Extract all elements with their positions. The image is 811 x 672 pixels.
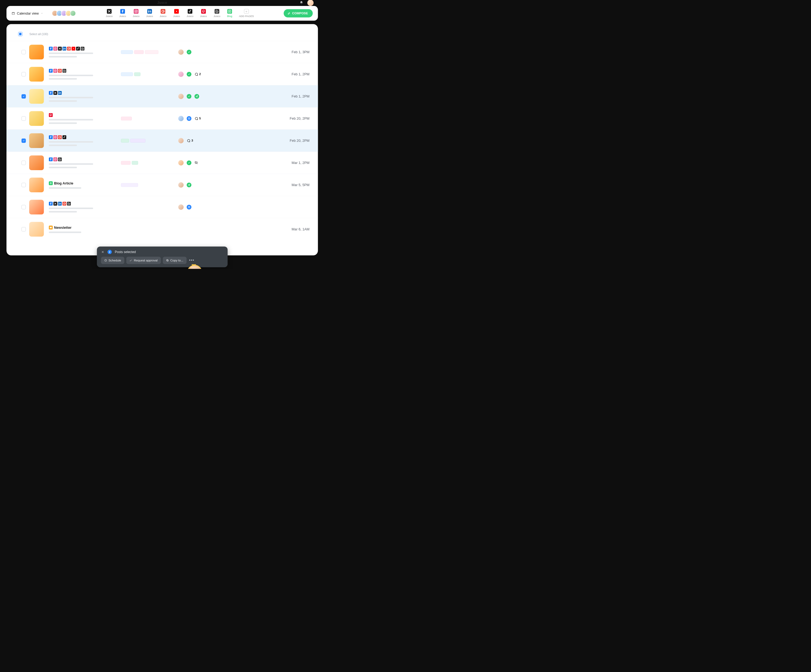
compose-icon xyxy=(288,12,290,15)
post-tags xyxy=(118,161,178,165)
svg-point-9 xyxy=(148,10,149,11)
svg-point-68 xyxy=(59,203,59,203)
page-tab-pinterest[interactable]: Jusco xyxy=(200,9,207,17)
linkedin-chip-icon xyxy=(58,202,61,205)
post-thumbnail[interactable] xyxy=(29,222,44,237)
facebook-icon xyxy=(120,9,125,14)
profile-avatar[interactable] xyxy=(307,0,314,6)
network-chips xyxy=(49,113,118,117)
assignee-avatar[interactable] xyxy=(178,204,184,210)
text-placeholder xyxy=(49,97,93,98)
row-checkbox[interactable] xyxy=(22,72,26,76)
comments-indicator[interactable]: 2 xyxy=(194,72,201,76)
assignee-avatar[interactable] xyxy=(178,138,184,143)
assignee-avatar[interactable] xyxy=(178,94,184,99)
facebook-chip-icon xyxy=(49,158,53,161)
add-pages-button[interactable]: +ADD PAGES xyxy=(239,9,254,17)
page-tab-label: Jusco xyxy=(119,15,126,17)
tag[interactable] xyxy=(134,72,141,76)
post-tags xyxy=(118,183,178,187)
table-row[interactable]: Feb 1, 2PM xyxy=(7,85,318,107)
comments-indicator[interactable]: 5 xyxy=(194,117,201,120)
page-tab-youtube[interactable]: Jusco xyxy=(173,9,180,17)
tag[interactable] xyxy=(121,117,132,120)
row-checkbox[interactable] xyxy=(22,183,26,187)
page-tab-tiktok[interactable]: Jusco xyxy=(187,9,193,17)
row-checkbox[interactable] xyxy=(22,227,26,231)
assignee-avatar[interactable] xyxy=(178,182,184,188)
row-checkbox[interactable] xyxy=(22,161,26,165)
post-thumbnail[interactable] xyxy=(29,67,44,81)
facebook-chip-icon xyxy=(49,135,53,139)
comment-count: 2 xyxy=(199,72,201,76)
tag[interactable] xyxy=(121,50,133,54)
post-thumbnail[interactable] xyxy=(29,156,44,170)
tag[interactable] xyxy=(121,161,131,165)
table-row[interactable]: Mar 1, 2PM xyxy=(7,152,318,174)
instagram-chip-icon xyxy=(53,135,57,139)
request-approval-button[interactable]: Request approval xyxy=(126,256,161,264)
post-thumbnail[interactable] xyxy=(29,178,44,192)
table-row[interactable]: Blog ArticleMar 5, 5PM xyxy=(7,174,318,196)
post-thumbnail[interactable] xyxy=(29,45,44,59)
select-all-checkbox[interactable] xyxy=(18,32,22,36)
google-chip-icon xyxy=(58,69,61,73)
copy-to-button[interactable]: Copy to... xyxy=(163,256,187,264)
table-row[interactable]: 3Feb 20, 2PM xyxy=(7,130,318,152)
row-checkbox[interactable] xyxy=(22,205,26,209)
network-chips xyxy=(49,202,118,205)
more-actions-button[interactable]: ••• xyxy=(188,256,195,263)
text-placeholder xyxy=(49,56,77,58)
team-avatars[interactable] xyxy=(52,10,76,16)
assignee-avatar[interactable] xyxy=(178,49,184,55)
tag[interactable] xyxy=(132,161,138,165)
page-tab-google[interactable]: Jusco xyxy=(159,9,166,17)
assignee-avatar[interactable] xyxy=(178,160,184,166)
row-checkbox[interactable] xyxy=(22,139,26,143)
page-tab-facebook[interactable]: Jusco xyxy=(119,9,126,17)
youtube-icon xyxy=(174,9,179,14)
network-chips xyxy=(49,135,118,139)
schedule-button[interactable]: Schedule xyxy=(101,256,124,264)
close-icon[interactable] xyxy=(101,250,105,254)
text-placeholder xyxy=(49,122,77,124)
tag[interactable] xyxy=(121,183,138,187)
comments-indicator[interactable]: 3 xyxy=(187,139,193,143)
page-tab-instagram[interactable]: Jusco xyxy=(132,9,139,17)
post-thumbnail[interactable] xyxy=(29,133,44,148)
assignee-avatar[interactable] xyxy=(178,71,184,77)
row-checkbox[interactable] xyxy=(22,116,26,121)
tag[interactable] xyxy=(130,139,145,143)
tag[interactable] xyxy=(121,72,133,76)
post-content xyxy=(46,113,118,124)
compose-button[interactable]: COMPOSE xyxy=(284,9,313,17)
post-tags xyxy=(118,50,178,54)
page-tab-x[interactable]: Jusco xyxy=(106,9,113,17)
post-thumbnail[interactable] xyxy=(29,111,44,126)
view-switcher[interactable]: Calendar view xyxy=(12,11,43,15)
page-tab-linkedin[interactable]: Jusco xyxy=(146,9,153,17)
tiktok-chip-icon xyxy=(76,47,80,51)
approval-icon xyxy=(130,259,132,262)
table-row[interactable]: NewsletterMar 6, 1AM xyxy=(7,218,318,240)
threads-chip-icon xyxy=(58,158,61,161)
table-row[interactable]: Feb 1, 3PM xyxy=(7,41,318,63)
hidden-icon xyxy=(194,161,198,165)
assignee-avatar[interactable] xyxy=(178,116,184,121)
tag[interactable] xyxy=(145,50,158,54)
table-row[interactable]: 5Feb 20, 2PM xyxy=(7,107,318,130)
svg-rect-0 xyxy=(12,12,15,15)
post-content xyxy=(46,69,118,80)
table-row[interactable] xyxy=(7,196,318,218)
row-checkbox[interactable] xyxy=(22,94,26,98)
page-tab-threads[interactable]: Jusco xyxy=(214,9,221,17)
page-tab-blog[interactable]: Blog xyxy=(227,9,232,17)
post-thumbnail[interactable] xyxy=(29,89,44,104)
post-thumbnail[interactable] xyxy=(29,200,44,214)
tag[interactable] xyxy=(134,50,144,54)
page-tab-label: Jusco xyxy=(173,15,180,17)
tag[interactable] xyxy=(121,139,129,143)
table-row[interactable]: 2Feb 1, 2PM xyxy=(7,63,318,85)
notifications-icon[interactable] xyxy=(300,1,303,5)
row-checkbox[interactable] xyxy=(22,50,26,54)
